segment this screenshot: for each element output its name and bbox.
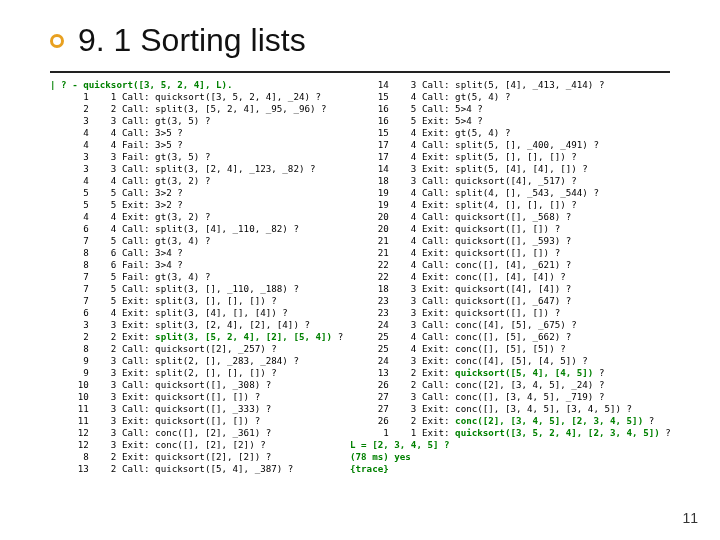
trace-line: 16 5 Exit: 5>4 ? [350,115,483,126]
trace-line: 18 3 Call: quicksort([4], _517) ? [350,175,577,186]
trace-line: 24 3 Exit: conc([4], [5], [4, 5]) ? [350,355,588,366]
divider [50,71,670,73]
trace-line: 10 3 Call: quicksort([], _308) ? [50,379,271,390]
trace-line: 20 4 Exit: quicksort([], []) ? [350,223,560,234]
trace-line: 7 5 Fail: gt(3, 4) ? [50,271,210,282]
trace-line: 9 3 Exit: split(2, [], [], []) ? [50,367,277,378]
trace-line: 21 4 Exit: quicksort([], []) ? [350,247,560,258]
trace-line: 11 3 Call: quicksort([], _333) ? [50,403,271,414]
highlight: quicksort([3, 5, 2, 4], [2, 3, 4, 5]) [455,427,660,438]
trace-line: 17 4 Exit: split(5, [], [], []) ? [350,151,577,162]
trace-line: ? [660,427,671,438]
trace-line: 23 3 Exit: quicksort([], []) ? [350,307,560,318]
trace-line: 13 2 Call: quicksort([5, 4], _387) ? [50,463,293,474]
trace-line: 22 4 Exit: conc([], [4], [4]) ? [350,271,566,282]
trace-line: 7 5 Call: split(3, [], _110, _188) ? [50,283,299,294]
trace-body: | ? - quicksort([3, 5, 2, 4], L). 1 1 Ca… [0,79,720,475]
highlight: conc([2], [3, 4, 5], [2, 3, 4, 5]) [455,415,643,426]
trace-line: 6 4 Call: split(3, [4], _110, _82) ? [50,223,299,234]
trace-line: 18 3 Exit: quicksort([4], [4]) ? [350,283,571,294]
trace-line: 7 5 Call: gt(3, 4) ? [50,235,210,246]
trace-line: 16 5 Call: 5>4 ? [350,103,483,114]
bullet-icon [50,34,64,48]
trace-line: 26 2 Call: conc([2], [3, 4, 5], _24) ? [350,379,604,390]
trace-line: 1 1 Call: quicksort([3, 5, 2, 4], _24) ? [50,91,321,102]
trace-line: 27 3 Call: conc([], [3, 4, 5], _719) ? [350,391,604,402]
trace-line: 9 3 Call: split(2, [], _283, _284) ? [50,355,299,366]
trace-line: 12 3 Call: conc([], [2], _361) ? [50,427,271,438]
trace-col-1: | ? - quicksort([3, 5, 2, 4], L). 1 1 Ca… [50,79,350,475]
trace-line: 8 6 Fail: 3>4 ? [50,259,183,270]
trace-line: 26 2 Exit: [350,415,455,426]
trace-line: 4 4 Fail: 3>5 ? [50,139,183,150]
trace-line: 20 4 Call: quicksort([], _568) ? [350,211,571,222]
trace-line: 1 1 Exit: [350,427,455,438]
trace-line: 27 3 Exit: conc([], [3, 4, 5], [3, 4, 5]… [350,403,632,414]
trace-line: 6 4 Exit: split(3, [4], [], [4]) ? [50,307,288,318]
trace-line: ? [593,367,604,378]
highlight: split(3, [5, 2, 4], [2], [5, 4]) [155,331,332,342]
trace-line: 14 3 Exit: split(5, [4], [4], []) ? [350,163,588,174]
result-line: (78 ms) yes [350,451,411,462]
page-number: 11 [682,510,698,526]
trace-line: 4 4 Call: 3>5 ? [50,127,183,138]
trace-line: ? [332,331,343,342]
trace-line: 15 4 Exit: gt(5, 4) ? [350,127,510,138]
trace-line: 13 2 Exit: [350,367,455,378]
trace-line: 25 4 Call: conc([], [5], _662) ? [350,331,571,342]
trace-line: 24 3 Call: conc([4], [5], _675) ? [350,319,577,330]
trace-line: 3 3 Call: split(3, [2, 4], _123, _82) ? [50,163,316,174]
slide-title: 9. 1 Sorting lists [78,22,306,59]
trace-line: 8 2 Call: quicksort([2], _257) ? [50,343,277,354]
trace-line: 4 4 Exit: gt(3, 2) ? [50,211,210,222]
trace-line: 15 4 Call: gt(5, 4) ? [350,91,510,102]
trace-line: 5 5 Exit: 3>2 ? [50,199,183,210]
trace-line: 8 6 Call: 3>4 ? [50,247,183,258]
highlight: quicksort([5, 4], [4, 5]) [455,367,593,378]
trace-line: 19 4 Call: split(4, [], _543, _544) ? [350,187,599,198]
trace-line: 4 4 Call: gt(3, 2) ? [50,175,210,186]
trace-line: 5 5 Call: 3>2 ? [50,187,183,198]
trace-line: 14 3 Call: split(5, [4], _413, _414) ? [350,79,604,90]
trace-line: 25 4 Exit: conc([], [5], [5]) ? [350,343,566,354]
trace-line: 19 4 Exit: split(4, [], [], []) ? [350,199,577,210]
result-line: {trace} [350,463,389,474]
trace-col-2: 14 3 Call: split(5, [4], _413, _414) ? 1… [350,79,650,475]
title-row: 9. 1 Sorting lists [0,0,720,67]
trace-line: 3 3 Call: gt(3, 5) ? [50,115,210,126]
trace-line: 8 2 Exit: quicksort([2], [2]) ? [50,451,271,462]
trace-line: 2 2 Call: split(3, [5, 2, 4], _95, _96) … [50,103,327,114]
trace-line: 11 3 Exit: quicksort([], []) ? [50,415,260,426]
trace-line: 23 3 Call: quicksort([], _647) ? [350,295,571,306]
trace-line: 21 4 Call: quicksort([], _593) ? [350,235,571,246]
trace-line: 3 3 Exit: split(3, [2, 4], [2], [4]) ? [50,319,310,330]
trace-line: ? [643,415,654,426]
trace-line: 2 2 Exit: [50,331,155,342]
trace-line: 12 3 Exit: conc([], [2], [2]) ? [50,439,266,450]
slide: 9. 1 Sorting lists | ? - quicksort([3, 5… [0,0,720,540]
query-line: | ? - quicksort([3, 5, 2, 4], L). [50,79,233,90]
trace-line: 3 3 Fail: gt(3, 5) ? [50,151,210,162]
trace-line: 17 4 Call: split(5, [], _400, _491) ? [350,139,599,150]
trace-line: 7 5 Exit: split(3, [], [], []) ? [50,295,277,306]
trace-line: 10 3 Exit: quicksort([], []) ? [50,391,260,402]
trace-line: 22 4 Call: conc([], [4], _621) ? [350,259,571,270]
result-line: L = [2, 3, 4, 5] ? [350,439,450,450]
